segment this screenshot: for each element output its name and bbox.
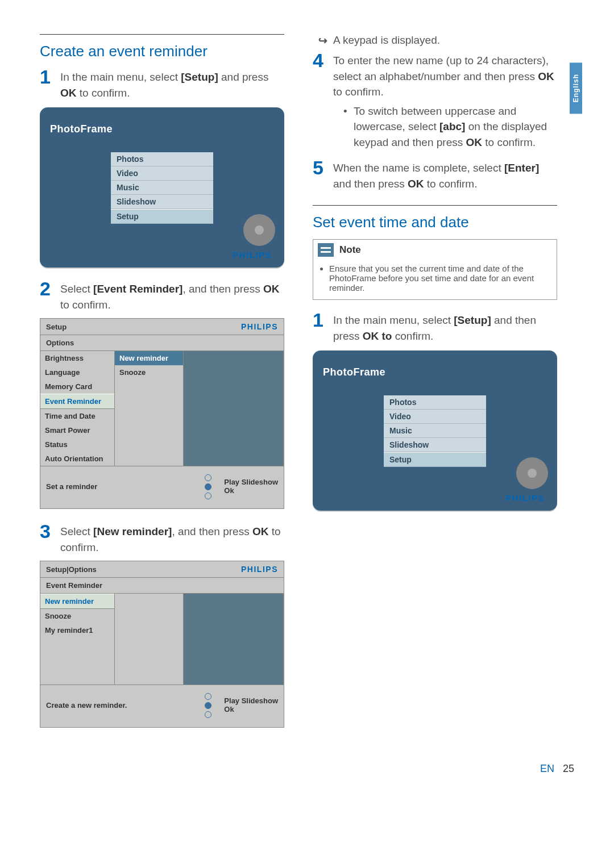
- step5-text: When the name is complete, select [Enter…: [333, 158, 557, 191]
- footer-action: Ok: [224, 705, 278, 713]
- philips-logo: PHILIPS: [241, 322, 278, 331]
- footer-hint: Create a new reminder.: [46, 701, 127, 710]
- list-item: Auto Orientation: [40, 452, 114, 466]
- note-label: Note: [339, 244, 361, 256]
- menu-item: Photos: [384, 395, 486, 410]
- philips-logo: PHILIPS: [241, 565, 278, 574]
- step1b-text: In the main menu, select [Setup] and the…: [333, 310, 557, 344]
- list-item-selected: New reminder: [40, 594, 114, 609]
- menu-item: Photos: [111, 152, 213, 166]
- step-number-3: 3: [40, 521, 60, 541]
- menu-item-selected: Setup: [384, 452, 486, 467]
- footer-action: Play Slideshow: [224, 478, 278, 486]
- footer-action: Play Slideshow: [224, 696, 278, 705]
- step-number-4: 4: [313, 51, 333, 70]
- gear-icon: [520, 461, 545, 486]
- note-box: Note Ensure that you set the current tim…: [313, 239, 557, 300]
- setup-panel-2: Setup|Options PHILIPS Event Reminder New…: [40, 561, 284, 728]
- device-title: PhotoFrame: [323, 366, 547, 378]
- menu-item: Music: [111, 181, 213, 195]
- device-screenshot-2: PhotoFrame Photos Video Music Slideshow …: [313, 350, 557, 511]
- list-item: Brightness: [40, 351, 114, 365]
- note-text: Ensure that you set the current time and…: [329, 264, 550, 293]
- list-item: Snooze: [40, 609, 114, 623]
- philips-logo: PHILIPS: [233, 250, 272, 260]
- result-text: A keypad is displayed.: [333, 34, 440, 47]
- device-title: PhotoFrame: [50, 123, 274, 135]
- panel-subtitle: Options: [40, 335, 284, 350]
- list-item: Memory Card: [40, 379, 114, 394]
- step-number-1: 1: [40, 67, 60, 86]
- list-item: Time and Date: [40, 409, 114, 423]
- menu-item-selected: Setup: [111, 209, 213, 224]
- panel-preview: [184, 594, 284, 685]
- step-number-1b: 1: [313, 310, 333, 329]
- menu-item: Video: [111, 166, 213, 181]
- step-number-5: 5: [313, 158, 333, 177]
- footer-lang: EN: [540, 763, 554, 774]
- menu-item: Slideshow: [384, 438, 486, 452]
- heading-create-reminder: Create an event reminder: [40, 34, 284, 60]
- nav-pad-icon: [196, 693, 219, 717]
- philips-logo: PHILIPS: [505, 493, 545, 503]
- step3-text: Select [New reminder], and then press OK…: [60, 521, 284, 555]
- footer-hint: Set a reminder: [46, 482, 97, 491]
- panel-title: Setup|Options: [46, 565, 97, 574]
- heading-set-time: Set event time and date: [313, 205, 557, 231]
- list-item: Smart Power: [40, 423, 114, 437]
- panel-subtitle: Event Reminder: [40, 577, 284, 593]
- list-item: Status: [40, 437, 114, 452]
- nav-pad-icon: [196, 474, 219, 498]
- menu-item: Video: [384, 410, 486, 424]
- list-item: Language: [40, 365, 114, 379]
- list-item: Snooze: [115, 365, 183, 379]
- step4-sub: To switch between uppercase and lowercas…: [343, 103, 557, 151]
- setup-panel-1: Setup PHILIPS Options Brightness Languag…: [40, 318, 284, 509]
- result-arrow-icon: ↪: [313, 34, 333, 47]
- gear-icon: [247, 218, 272, 243]
- note-icon: [318, 243, 334, 257]
- step1-text: In the main menu, select [Setup] and pre…: [60, 67, 284, 101]
- menu-item: Music: [384, 424, 486, 438]
- list-item-selected: New reminder: [115, 351, 183, 365]
- footer-action: Ok: [224, 486, 278, 495]
- step2-text: Select [Event Reminder], and then press …: [60, 279, 284, 312]
- footer-page: 25: [563, 763, 574, 774]
- panel-title: Setup: [46, 323, 67, 331]
- step4-text: To enter the new name (up to 24 characte…: [333, 51, 557, 152]
- language-tab: English: [570, 62, 582, 114]
- panel-preview: [184, 351, 284, 466]
- device-screenshot-1: PhotoFrame Photos Video Music Slideshow …: [40, 107, 284, 268]
- step-number-2: 2: [40, 279, 60, 298]
- list-item-selected: Event Reminder: [40, 394, 114, 409]
- list-item: My reminder1: [40, 623, 114, 637]
- menu-item: Slideshow: [111, 195, 213, 209]
